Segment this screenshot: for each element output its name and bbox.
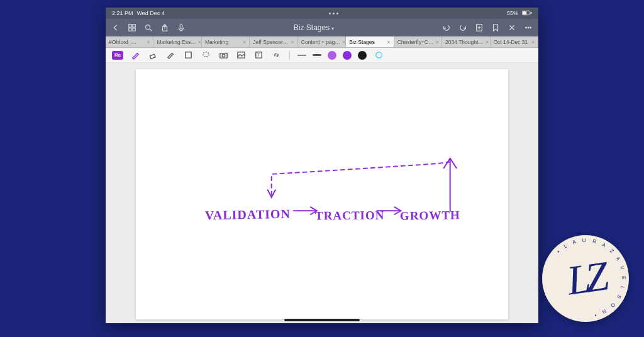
- doc-tab[interactable]: Marketing Ess…×: [153, 36, 201, 47]
- canvas-area: VALIDATION TRACTION GROWTH: [106, 63, 538, 323]
- doc-tab[interactable]: 2034 Thought…×: [442, 36, 490, 47]
- doc-tab[interactable]: Oct 14-Dec 31×: [491, 36, 538, 47]
- doc-tab[interactable]: Marketing×: [202, 36, 250, 47]
- handwritten-stage-growth: GROWTH: [400, 208, 460, 223]
- svg-point-24: [222, 54, 225, 57]
- bookmark-icon[interactable]: [491, 23, 501, 33]
- text-tool-icon[interactable]: T: [253, 50, 264, 61]
- color-swatch-black[interactable]: [358, 51, 367, 60]
- handwritten-stage-traction: TRACTION: [315, 209, 385, 223]
- close-icon[interactable]: [507, 23, 517, 33]
- svg-rect-3: [129, 25, 131, 27]
- battery-percent: 55%: [507, 10, 518, 16]
- svg-rect-10: [180, 25, 182, 29]
- svg-line-8: [150, 29, 152, 31]
- status-time: 2:21 PM: [112, 10, 133, 16]
- svg-point-28: [375, 52, 381, 58]
- svg-point-19: [530, 27, 531, 28]
- svg-rect-2: [531, 11, 532, 13]
- color-picker-icon[interactable]: [373, 50, 384, 61]
- note-page[interactable]: VALIDATION TRACTION GROWTH: [136, 69, 508, 319]
- tab-close-icon[interactable]: ×: [198, 39, 201, 45]
- svg-rect-6: [133, 28, 135, 31]
- tab-close-icon[interactable]: ×: [486, 39, 489, 45]
- author-logo-badge: • L A U R A Z A V E L S O N • LZ: [542, 235, 629, 322]
- status-date: Wed Dec 4: [137, 10, 165, 16]
- tab-close-icon[interactable]: ×: [243, 39, 246, 45]
- camera-tool-icon[interactable]: [218, 50, 229, 61]
- svg-rect-4: [133, 25, 135, 27]
- handwritten-stage-validation: VALIDATION: [205, 207, 291, 223]
- stroke-thin[interactable]: [297, 55, 306, 56]
- svg-text:T: T: [257, 52, 260, 58]
- svg-point-7: [146, 25, 150, 30]
- svg-rect-5: [129, 28, 131, 31]
- redo-icon[interactable]: [458, 23, 468, 33]
- svg-point-22: [203, 52, 208, 57]
- color-swatch-purple-light[interactable]: [328, 51, 336, 60]
- doc-tab[interactable]: Chesterfly+C…×: [394, 36, 442, 47]
- svg-rect-21: [185, 52, 191, 58]
- app-toolbar: Biz Stages▾: [106, 19, 538, 36]
- image-tool-icon[interactable]: [235, 50, 247, 61]
- svg-point-18: [528, 27, 529, 28]
- tab-close-icon[interactable]: ×: [531, 39, 535, 45]
- ipad-app-window: 2:21 PM Wed Dec 4 55% Biz Stages▾: [106, 8, 538, 323]
- color-swatch-purple[interactable]: [343, 51, 352, 60]
- undo-icon[interactable]: [441, 23, 452, 33]
- doc-tab[interactable]: #Ohford_…×: [106, 36, 153, 47]
- lasso-tool-icon[interactable]: [200, 50, 211, 61]
- tab-close-icon[interactable]: ×: [436, 39, 439, 45]
- battery-icon: [522, 10, 532, 17]
- logo-initials: LZ: [564, 252, 606, 304]
- shape-tool-icon[interactable]: [182, 50, 194, 61]
- document-tabs: #Ohford_…× Marketing Ess…× Marketing× Je…: [106, 36, 538, 48]
- link-tool-icon[interactable]: [270, 50, 282, 61]
- home-indicator[interactable]: [284, 319, 360, 321]
- mic-icon[interactable]: [176, 23, 186, 33]
- eraser-tool-icon[interactable]: [147, 50, 158, 61]
- highlighter-tool-icon[interactable]: [165, 50, 176, 61]
- svg-point-17: [526, 27, 527, 28]
- ink-layer: [136, 69, 508, 319]
- stroke-med[interactable]: [313, 54, 321, 56]
- back-icon[interactable]: [111, 23, 121, 33]
- share-icon[interactable]: [160, 23, 170, 33]
- doc-tab-active[interactable]: Biz Stages×: [346, 36, 394, 47]
- mode-toggle[interactable]: Rc: [112, 51, 123, 60]
- pen-tool-icon[interactable]: [130, 50, 141, 61]
- svg-rect-20: [150, 54, 155, 58]
- more-icon[interactable]: [523, 23, 533, 33]
- search-icon[interactable]: [143, 23, 153, 33]
- tab-close-icon[interactable]: ×: [342, 39, 345, 45]
- grid-icon[interactable]: [127, 23, 137, 33]
- doc-tab[interactable]: Jeff Spencer…×: [250, 36, 297, 47]
- tab-close-icon[interactable]: ×: [147, 39, 150, 45]
- svg-rect-1: [523, 11, 526, 14]
- tab-close-icon[interactable]: ×: [387, 39, 390, 45]
- ipad-status-bar: 2:21 PM Wed Dec 4 55%: [106, 8, 538, 19]
- tool-strip: Rc T: [106, 48, 538, 63]
- tab-close-icon[interactable]: ×: [291, 39, 294, 45]
- multitask-dots[interactable]: [325, 13, 343, 14]
- document-title[interactable]: Biz Stages▾: [294, 23, 334, 32]
- add-page-icon[interactable]: [474, 23, 484, 33]
- doc-tab[interactable]: Content + pag…×: [298, 36, 346, 47]
